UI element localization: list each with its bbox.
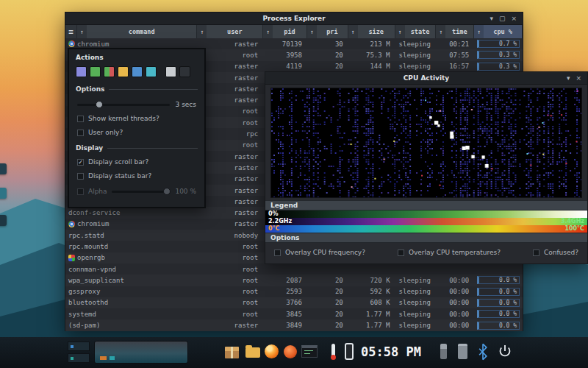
desktop-icon[interactable] — [0, 215, 7, 226]
processes-icon[interactable] — [76, 66, 87, 77]
terminal-icon[interactable] — [179, 66, 190, 77]
display-scrollbar-checkbox[interactable]: ✓ Display scroll bar? — [77, 158, 196, 166]
column-header-command[interactable]: ↑command — [77, 25, 197, 38]
legend-gradient-freq: 2.2GHz3.4GHz — [265, 218, 587, 225]
state-cell: sleeping — [395, 286, 437, 297]
column-header-pid[interactable]: ↑pid — [263, 25, 307, 38]
column-header-size[interactable]: ↑size — [348, 25, 395, 38]
cpu-gauge: 0.0 % — [477, 276, 520, 284]
cpu-gauge: 0.3 % — [477, 63, 520, 71]
command-text: systemd — [68, 311, 96, 318]
checkbox-icon — [77, 116, 84, 122]
chromium-icon — [68, 221, 75, 227]
legend-left-label: 0% — [268, 210, 279, 218]
slider-track[interactable] — [77, 104, 170, 106]
pid-cell: 4119 — [263, 61, 307, 72]
column-header-pri[interactable]: ↑pri — [307, 25, 348, 38]
cpu-gauge: 0.7 % — [477, 40, 520, 48]
memory-icon[interactable] — [146, 66, 157, 77]
usb-stick-icon[interactable] — [440, 344, 447, 359]
command-cell: systemd — [65, 308, 197, 319]
display-statusbar-checkbox[interactable]: Display status bar? — [77, 172, 196, 180]
priority-icon[interactable] — [118, 66, 129, 77]
checkbox-icon — [274, 250, 281, 256]
window-thumbnail[interactable] — [68, 353, 90, 363]
pid-cell: 70139 — [263, 38, 307, 49]
close-icon[interactable]: × — [511, 13, 517, 24]
poll-interval-slider[interactable]: 3 secs — [77, 101, 196, 108]
cpu-cell: 0.3 % — [474, 61, 523, 72]
process-row[interactable]: gssproxyroot259320592 Ksleeping00:000.0 … — [65, 286, 523, 297]
command-text: rpc.statd — [68, 232, 104, 239]
maximize-icon[interactable]: ▢ — [499, 13, 506, 24]
process-row[interactable]: (sd-pam)raster3849201.77 Msleeping00:000… — [65, 319, 523, 330]
column-header-user[interactable]: ↑user — [197, 25, 263, 38]
desktop-preview[interactable] — [94, 341, 188, 364]
run-icon[interactable] — [90, 66, 101, 77]
pid-cell: 2087 — [263, 275, 307, 286]
pri-cell: 20 — [307, 61, 348, 72]
close-icon[interactable]: × — [576, 72, 581, 84]
start-stop-icon[interactable] — [104, 66, 115, 77]
bluetooth-icon[interactable] — [478, 343, 488, 361]
shade-icon[interactable]: ▾ — [490, 13, 493, 24]
desktop-icon[interactable] — [0, 163, 7, 174]
process-row[interactable]: systemdroot3845201.77 Msleeping00:000.0 … — [65, 308, 523, 319]
column-header-cpu[interactable]: ↑cpu % — [474, 25, 523, 38]
firefox-icon[interactable] — [265, 344, 279, 358]
process-row[interactable]: bluetoothdroot376620608 Ksleeping00:000.… — [65, 297, 523, 308]
user-only-checkbox[interactable]: User only? — [77, 129, 196, 136]
column-header-state[interactable]: ↑state — [395, 25, 437, 38]
cpu-icon[interactable] — [132, 66, 143, 77]
thermometer-icon[interactable] — [331, 344, 335, 358]
legend-left-label: 0°C — [268, 225, 279, 233]
pe-titlebar[interactable]: Process Explorer ▾▢× — [65, 13, 523, 25]
user-cell: root — [197, 263, 263, 275]
sort-ascending-icon: ↑ — [77, 25, 87, 38]
overlay-option-checkbox[interactable]: Confused? — [533, 249, 578, 256]
cpu-options-row: Overlay CPU frequency?Overlay CPU temper… — [265, 243, 587, 256]
pid-cell: 3766 — [263, 297, 307, 308]
column-header-time[interactable]: ↑time — [436, 25, 474, 38]
menu-icon[interactable]: ≡ — [65, 25, 77, 38]
pri-cell: 20 — [307, 49, 348, 60]
alpha-slider-knob[interactable] — [163, 188, 171, 195]
user-cell: raster — [197, 94, 263, 105]
process-table-header: ≡↑command↑user↑pid↑pri↑size↑state↑time↑c… — [65, 25, 523, 38]
pid-cell — [263, 263, 307, 275]
window-thumbnail[interactable] — [68, 342, 90, 351]
window-thumbnails[interactable] — [68, 342, 90, 365]
user-cell: raster — [197, 151, 263, 162]
cpu-window-controls: ▾× — [567, 72, 587, 84]
terminal-icon[interactable] — [301, 345, 318, 358]
command-cell: wpa_supplicant — [65, 275, 197, 286]
process-row[interactable]: wpa_supplicantroot208720720 Ksleeping00:… — [65, 275, 523, 286]
clock[interactable]: 05:58 PM — [361, 344, 421, 359]
pid-cell: 3845 — [263, 308, 307, 319]
cpu-window-title: CPU Activity — [265, 74, 587, 82]
alpha-slider-row[interactable]: Alpha 100 % — [77, 188, 196, 195]
process-row[interactable]: connman-vpndroot — [65, 263, 523, 275]
power-icon[interactable] — [498, 344, 512, 360]
user-cell: root — [197, 308, 263, 319]
show-kernel-threads-checkbox[interactable]: Show kernel threads? — [77, 115, 196, 122]
folder-icon[interactable] — [245, 347, 260, 358]
package-icon[interactable] — [225, 347, 239, 358]
alpha-slider-track[interactable] — [112, 191, 171, 193]
slider-knob[interactable] — [96, 101, 103, 108]
tools-icon[interactable] — [165, 66, 176, 77]
flame-app-icon[interactable] — [284, 345, 297, 358]
overlay-option-checkbox[interactable]: Overlay CPU temperatures? — [398, 249, 501, 256]
cpu-titlebar[interactable]: CPU Activity ▾× — [265, 72, 587, 85]
desktop-icon[interactable] — [0, 188, 7, 199]
overlay-option-checkbox[interactable]: Overlay CPU frequency? — [274, 249, 365, 256]
size-cell: 608 K — [348, 297, 395, 308]
shade-icon[interactable]: ▾ — [567, 72, 570, 84]
removable-drive-icon[interactable] — [458, 344, 467, 359]
state-cell: sleeping — [395, 308, 437, 319]
time-cell: 00:00 — [436, 275, 474, 286]
user-cell: rpc — [197, 128, 263, 139]
phone-icon[interactable] — [345, 343, 354, 360]
cpu-cell: 0.0 % — [474, 319, 523, 330]
alpha-checkbox[interactable] — [77, 188, 84, 195]
